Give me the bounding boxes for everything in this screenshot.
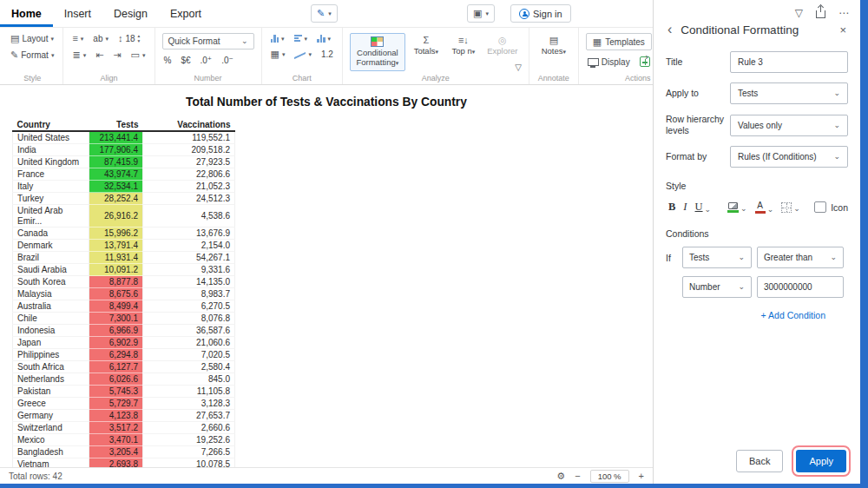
zoom-out-button[interactable]: −: [575, 471, 580, 481]
vaccinations-cell[interactable]: 14,135.0: [143, 276, 235, 288]
country-cell[interactable]: India: [13, 144, 89, 156]
vaccinations-cell[interactable]: 27,923.5: [143, 156, 235, 168]
tests-cell[interactable]: 28,252.4: [89, 193, 143, 205]
decrease-decimal-button[interactable]: .0⁻: [220, 55, 235, 66]
horizontal-bar-chart-button[interactable]: ▾: [293, 34, 310, 43]
country-cell[interactable]: Philippines: [13, 349, 89, 361]
explorer-button[interactable]: ◎ Explorer: [483, 33, 522, 59]
vaccinations-cell[interactable]: 21,060.6: [143, 337, 235, 349]
condition-operator-select[interactable]: Greater than ⌄: [757, 247, 844, 268]
zoom-in-button[interactable]: +: [639, 471, 644, 481]
country-cell[interactable]: Mexico: [13, 434, 89, 446]
sign-in-button[interactable]: Sign in: [510, 4, 571, 23]
country-cell[interactable]: Pakistan: [13, 386, 89, 398]
country-cell[interactable]: Turkey: [13, 193, 89, 205]
tests-cell[interactable]: 213,441.4: [89, 131, 143, 144]
condition-field-select[interactable]: Tests ⌄: [682, 247, 752, 268]
font-size-stepper[interactable]: ↕ 18 ▴▾: [116, 33, 141, 44]
quick-format-select[interactable]: Quick Format ⌄: [162, 33, 254, 49]
vaccinations-cell[interactable]: 11,105.8: [143, 386, 235, 398]
grid-chart-button[interactable]: ▦ ▾: [269, 49, 287, 60]
apply-to-select[interactable]: Tests ⌄: [730, 82, 848, 104]
tests-cell[interactable]: 43,974.7: [89, 168, 143, 181]
tests-cell[interactable]: 26,916.2: [89, 205, 143, 228]
format-by-select[interactable]: Rules (If Conditions) ⌄: [730, 146, 848, 168]
tests-cell[interactable]: 5,745.3: [89, 386, 143, 398]
underline-button[interactable]: U ⌄: [693, 199, 714, 215]
column-header-tests[interactable]: Tests: [89, 119, 143, 131]
tab-insert[interactable]: Insert: [53, 0, 102, 27]
vaccinations-cell[interactable]: 19,252.6: [143, 434, 235, 446]
vaccinations-cell[interactable]: 22,806.6: [143, 168, 235, 181]
horizontal-align-button[interactable]: ≡ ▾: [70, 33, 85, 44]
wrap-text-button[interactable]: ab ▾: [91, 33, 110, 44]
condition-value-input[interactable]: 3000000000: [757, 276, 844, 298]
bar-chart-button[interactable]: ▾: [269, 33, 286, 43]
icon-checkbox[interactable]: [814, 201, 826, 213]
country-cell[interactable]: Greece: [13, 398, 89, 410]
font-color-button[interactable]: A ⌄: [753, 200, 777, 215]
vertical-align-button[interactable]: ≣ ▾: [70, 49, 88, 61]
vaccinations-cell[interactable]: 119,552.1: [143, 131, 235, 144]
percent-format-button[interactable]: %: [162, 55, 174, 66]
country-cell[interactable]: South Africa: [13, 361, 89, 373]
country-cell[interactable]: Bangladesh: [13, 446, 89, 458]
top-n-button[interactable]: ≡↓ Top n▾: [447, 33, 480, 59]
tests-cell[interactable]: 4,123.8: [89, 410, 143, 422]
format-button[interactable]: ✎ Format ▾: [9, 49, 56, 61]
back-button[interactable]: Back: [736, 450, 783, 472]
tests-cell[interactable]: 11,931.4: [89, 252, 143, 264]
tests-cell[interactable]: 7,300.1: [89, 313, 143, 325]
country-cell[interactable]: Saudi Arabia: [13, 264, 89, 276]
vaccinations-cell[interactable]: 8,076.8: [143, 313, 235, 325]
country-cell[interactable]: Netherlands: [13, 373, 89, 386]
line-chart-button[interactable]: ▾: [293, 49, 313, 60]
tab-design[interactable]: Design: [102, 0, 159, 27]
row-hierarchy-select[interactable]: Values only ⌄: [730, 115, 848, 136]
panel-filter-button[interactable]: ▽: [795, 8, 803, 18]
tests-cell[interactable]: 3,205.4: [89, 446, 143, 458]
insert-object-button[interactable]: ▣ ▾: [467, 4, 495, 23]
country-cell[interactable]: Australia: [13, 300, 89, 313]
vaccinations-cell[interactable]: 9,331.6: [143, 264, 235, 276]
panel-close-button[interactable]: ×: [838, 23, 848, 36]
tests-cell[interactable]: 87,415.9: [89, 156, 143, 168]
tests-cell[interactable]: 8,499.4: [89, 300, 143, 313]
vaccinations-cell[interactable]: 7,266.5: [143, 446, 235, 458]
tests-cell[interactable]: 6,902.9: [89, 337, 143, 349]
tests-cell[interactable]: 5,729.7: [89, 398, 143, 410]
tab-export[interactable]: Export: [159, 0, 213, 27]
vaccinations-cell[interactable]: 24,512.3: [143, 193, 235, 205]
vaccinations-cell[interactable]: 2,580.4: [143, 361, 235, 373]
vaccinations-cell[interactable]: 27,653.7: [143, 410, 235, 422]
tests-cell[interactable]: 13,791.4: [89, 240, 143, 252]
vaccinations-cell[interactable]: 21,052.3: [143, 181, 235, 193]
country-cell[interactable]: Denmark: [13, 240, 89, 252]
country-cell[interactable]: Malaysia: [13, 288, 89, 300]
panel-more-button[interactable]: ⋯: [838, 8, 849, 18]
country-cell[interactable]: France: [13, 168, 89, 181]
country-cell[interactable]: South Korea: [13, 276, 89, 288]
vaccinations-cell[interactable]: 6,270.5: [143, 300, 235, 313]
bold-button[interactable]: B: [666, 199, 678, 215]
add-condition-link[interactable]: + Add Condition: [666, 310, 825, 320]
display-button[interactable]: Display: [586, 56, 632, 68]
country-cell[interactable]: United Arab Emir...: [13, 205, 89, 228]
country-cell[interactable]: Chile: [13, 313, 89, 325]
combo-chart-button[interactable]: ▾: [315, 33, 332, 43]
vaccinations-cell[interactable]: 7,020.5: [143, 349, 235, 361]
increase-indent-button[interactable]: ⇥: [111, 49, 122, 61]
tests-cell[interactable]: 177,906.4: [89, 144, 143, 156]
fill-color-button[interactable]: ⌄: [725, 201, 750, 215]
panel-export-button[interactable]: [816, 6, 825, 20]
country-cell[interactable]: Switzerland: [13, 422, 89, 434]
rule-title-input[interactable]: Rule 3: [730, 51, 848, 73]
country-cell[interactable]: Japan: [13, 337, 89, 349]
ribbon-overflow-button[interactable]: ›: [643, 49, 650, 63]
column-header-country[interactable]: Country: [13, 119, 89, 131]
decimal-places-button[interactable]: 1.2: [319, 49, 335, 60]
vaccinations-cell[interactable]: 13,676.9: [143, 228, 235, 240]
country-cell[interactable]: United Kingdom: [13, 156, 89, 168]
country-cell[interactable]: United States: [13, 131, 89, 144]
filter-button[interactable]: ▽: [515, 63, 522, 72]
